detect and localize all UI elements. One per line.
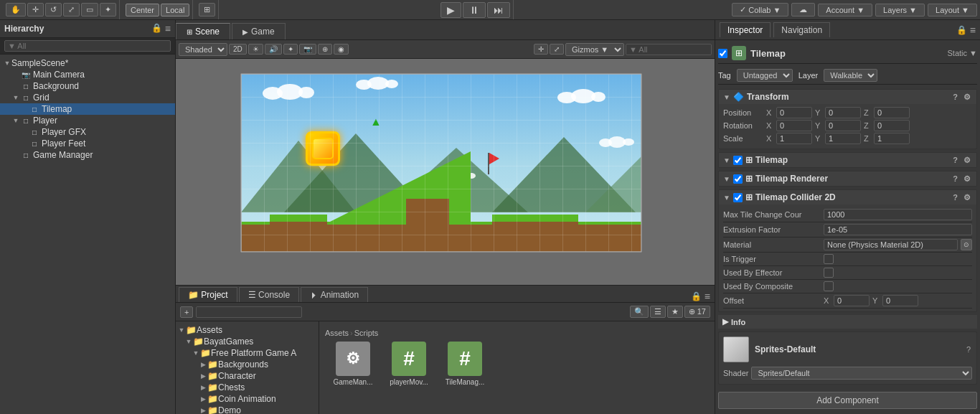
rotate-tool-btn[interactable]: ↺ <box>45 3 62 17</box>
tab-inspector[interactable]: Inspector <box>720 22 771 37</box>
tree-item-playergfx[interactable]: □ Player GFX <box>0 126 175 138</box>
tab-scene[interactable]: ⊞ Scene <box>176 23 230 39</box>
inspector-lock-icon[interactable]: 🔒 <box>956 25 967 35</box>
file-tilemanager[interactable]: # TileManag... <box>440 342 490 386</box>
transform-settings-icon[interactable]: ⚙ <box>962 93 972 102</box>
scale-x-input[interactable] <box>776 133 812 144</box>
grid-btn[interactable]: ⊞ <box>199 3 215 17</box>
collider-help-icon[interactable]: ? <box>951 193 959 202</box>
is-trigger-checkbox[interactable] <box>824 254 834 264</box>
sprite-help-icon[interactable]: ? <box>965 345 972 354</box>
tab-project[interactable]: 📁 Project <box>179 287 237 302</box>
scene-scale-btn[interactable]: ⤢ <box>550 44 564 55</box>
tilemap-collider-header[interactable]: ▼ ⊞ Tilemap Collider 2D ? ⚙ <box>719 190 976 204</box>
tree-bayatgames[interactable]: ▼ 📁 BayatGames <box>176 336 319 347</box>
layer-select[interactable]: Walkable <box>824 69 877 82</box>
cloud-btn[interactable]: ☁ <box>791 3 815 17</box>
tab-navigation[interactable]: Navigation <box>773 22 830 37</box>
hierarchy-search-input[interactable] <box>4 40 171 52</box>
tree-demo[interactable]: ▶ 📁 Demo <box>176 405 319 414</box>
filter-icon-btn[interactable]: ☰ <box>650 306 666 318</box>
breadcrumb-scripts[interactable]: Scripts <box>354 329 379 337</box>
search-icon-btn[interactable]: 🔍 <box>630 306 649 318</box>
shaded-select[interactable]: Shaded <box>179 43 227 56</box>
tilemap-comp-checkbox[interactable] <box>733 156 743 165</box>
add-asset-btn[interactable]: + <box>180 306 193 318</box>
layout-btn[interactable]: Layout ▼ <box>928 4 977 17</box>
universal-tool-btn[interactable]: ✦ <box>100 3 116 17</box>
fx-btn[interactable]: ✦ <box>283 44 298 55</box>
audio-btn[interactable]: 🔊 <box>265 44 282 55</box>
scene-cam-btn[interactable]: 📷 <box>299 44 316 55</box>
collab-btn[interactable]: ✓ Collab ▼ <box>732 3 788 17</box>
tree-character[interactable]: ▶ 📁 Character <box>176 370 319 382</box>
tree-assets[interactable]: ▼ 📁 Assets <box>176 324 319 336</box>
file-playermov[interactable]: # playerMov... <box>384 342 434 386</box>
tilemap-renderer-checkbox[interactable] <box>733 174 743 184</box>
bottom-lock-icon[interactable]: 🔒 <box>691 291 702 301</box>
shader-select[interactable]: Sprites/Default <box>751 367 972 380</box>
move-tool-btn[interactable]: ✛ <box>27 3 44 17</box>
tilemap-help-icon[interactable]: ? <box>951 156 959 164</box>
breadcrumb-assets[interactable]: Assets <box>325 329 349 337</box>
tree-coinanim[interactable]: ▶ 📁 Coin Animation <box>176 393 319 405</box>
zoom-label-btn[interactable]: ⊕ 17 <box>684 306 710 318</box>
2d-btn[interactable]: 2D <box>229 44 247 55</box>
play-btn[interactable]: ▶ <box>440 2 461 18</box>
object-active-checkbox[interactable] <box>718 49 727 58</box>
center-btn[interactable]: Center <box>126 4 159 17</box>
scene-search-input[interactable] <box>626 44 712 55</box>
renderer-help-icon[interactable]: ? <box>951 174 959 183</box>
tab-console[interactable]: ☰ Console <box>239 287 299 302</box>
tree-item-playerfeet[interactable]: □ Player Feet <box>0 138 175 149</box>
tree-item-background[interactable]: □ Background <box>0 80 175 92</box>
scene-move-btn[interactable]: ✛ <box>534 44 548 55</box>
add-component-btn[interactable]: Add Component <box>718 392 977 409</box>
tree-item-tilemap[interactable]: □ Tilemap <box>0 103 175 115</box>
scene-extra2[interactable]: ◉ <box>334 44 349 55</box>
transform-help-icon[interactable]: ? <box>951 93 959 101</box>
material-pick-btn[interactable]: ⊙ <box>961 239 972 250</box>
local-btn[interactable]: Local <box>161 4 189 17</box>
bottom-menu-btn[interactable]: ≡ <box>705 291 710 302</box>
star-icon-btn[interactable]: ★ <box>667 306 683 318</box>
project-search-input[interactable] <box>196 306 302 318</box>
scale-tool-btn[interactable]: ⤢ <box>63 3 80 17</box>
tilemap-collider-checkbox[interactable] <box>733 193 743 202</box>
scale-z-input[interactable] <box>874 133 910 144</box>
tree-item-maincamera[interactable]: 📷 Main Camera <box>0 69 175 80</box>
tilemap-comp-header[interactable]: ▼ ⊞ Tilemap ? ⚙ <box>719 153 976 167</box>
tree-chests[interactable]: ▶ 📁 Chests <box>176 382 319 393</box>
info-section[interactable]: ▶ Info <box>718 315 977 329</box>
used-composite-checkbox[interactable] <box>824 281 834 291</box>
tree-item-samplescene[interactable]: ▼ SampleScene* <box>0 57 175 69</box>
hand-tool-btn[interactable]: ✋ <box>6 3 26 17</box>
offset-x-input[interactable] <box>834 295 870 306</box>
extrusion-input[interactable] <box>824 224 972 235</box>
step-btn[interactable]: ⏭ <box>487 2 510 18</box>
tab-animation[interactable]: ⏵ Animation <box>301 287 368 302</box>
collider-settings-icon[interactable]: ⚙ <box>962 193 972 202</box>
used-effector-checkbox[interactable] <box>824 268 834 278</box>
light-btn[interactable]: ☀ <box>248 44 263 55</box>
tree-item-gamemanager[interactable]: □ Game Manager <box>0 149 175 161</box>
hierarchy-lock-icon[interactable]: 🔒 <box>151 23 162 34</box>
scene-viewport[interactable]: ▲ <box>176 59 715 285</box>
tilemap-settings-icon[interactable]: ⚙ <box>962 156 972 165</box>
pause-btn[interactable]: ⏸ <box>463 2 486 18</box>
scene-extra1[interactable]: ⊕ <box>318 44 332 55</box>
rot-z-input[interactable] <box>874 120 910 131</box>
transform-header[interactable]: ▼ 🔷 Transform ? ⚙ <box>719 90 976 104</box>
rect-tool-btn[interactable]: ▭ <box>81 3 98 17</box>
material-input[interactable] <box>824 239 958 250</box>
account-btn[interactable]: Account ▼ <box>818 4 872 17</box>
scale-y-input[interactable] <box>825 133 861 144</box>
layers-btn[interactable]: Layers ▼ <box>875 4 925 17</box>
rot-y-input[interactable] <box>825 120 861 131</box>
offset-y-input[interactable] <box>882 295 918 306</box>
hierarchy-menu-btn[interactable]: ≡ <box>165 23 171 34</box>
gizmos-select[interactable]: Gizmos ▼ <box>565 43 624 56</box>
file-gamemanager[interactable]: ⚙ GameMan... <box>328 342 378 386</box>
tab-game[interactable]: ▶ Game <box>232 23 286 39</box>
tree-item-player[interactable]: ▼ □ Player <box>0 115 175 126</box>
